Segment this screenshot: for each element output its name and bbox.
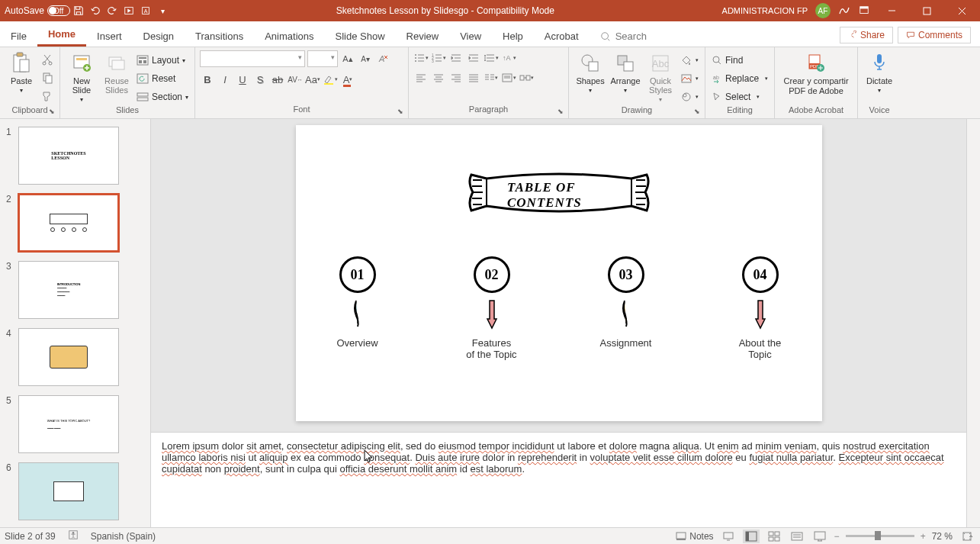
- thumbnail-1[interactable]: 1 SKETCHNOTESLESSON: [0, 125, 150, 192]
- shape-fill-button[interactable]: ▾: [679, 52, 700, 69]
- tab-help[interactable]: Help: [492, 26, 534, 47]
- dictate-button[interactable]: Dictate▾: [863, 50, 896, 105]
- align-right-icon[interactable]: [448, 70, 464, 85]
- tab-design[interactable]: Design: [133, 26, 185, 47]
- shadow-button[interactable]: S: [252, 72, 268, 87]
- select-button[interactable]: Select▾: [710, 89, 770, 105]
- start-from-beginning-icon[interactable]: [123, 5, 135, 17]
- format-painter-icon[interactable]: [40, 89, 55, 104]
- clipboard-dialog-launcher[interactable]: ⬊: [49, 108, 58, 117]
- smartart-icon[interactable]: ▾: [519, 70, 534, 85]
- italic-button[interactable]: I: [217, 72, 233, 87]
- font-color-icon[interactable]: A▾: [340, 72, 355, 87]
- character-spacing-icon[interactable]: AV↔: [288, 72, 303, 87]
- comments-button[interactable]: Comments: [898, 27, 971, 43]
- zoom-in-button[interactable]: +: [921, 531, 926, 542]
- paste-button[interactable]: Paste ▾: [5, 50, 38, 105]
- new-slide-button[interactable]: New Slide ▾: [65, 50, 98, 105]
- font-dialog-launcher[interactable]: ⬊: [397, 108, 406, 117]
- decrease-indent-icon[interactable]: [448, 50, 464, 66]
- autosave-toggle[interactable]: AutoSave Off: [5, 5, 68, 16]
- quick-styles-button[interactable]: Abc Quick Styles▾: [644, 50, 677, 105]
- zoom-slider[interactable]: [846, 535, 914, 537]
- increase-indent-icon[interactable]: [466, 50, 481, 66]
- thumbnail-5[interactable]: 5 WHAT IS THIS TOPIC ABOUT?━━━━ ━━━━: [0, 394, 150, 461]
- bold-button[interactable]: B: [200, 72, 215, 87]
- minimize-button[interactable]: [878, 0, 905, 21]
- tab-slideshow[interactable]: Slide Show: [324, 26, 395, 47]
- toggle-switch[interactable]: [47, 5, 70, 16]
- underline-button[interactable]: U: [235, 72, 250, 87]
- slide-thumbnails[interactable]: 1 SKETCHNOTESLESSON 2 3 INTRODUCTION━━━━…: [0, 119, 151, 527]
- drawing-dialog-launcher[interactable]: ⬊: [694, 108, 703, 117]
- shape-outline-button[interactable]: ▾: [679, 70, 700, 87]
- slide-canvas[interactable]: TABLE OF CONTENTS 01 Overview 02 Feature…: [296, 125, 822, 421]
- reset-button[interactable]: Reset: [135, 70, 190, 87]
- qat-customize-icon[interactable]: ▾: [156, 5, 169, 17]
- tab-review[interactable]: Review: [396, 26, 450, 47]
- paragraph-dialog-launcher[interactable]: ⬊: [557, 108, 567, 117]
- adobe-create-button[interactable]: PDF Crear y compartir PDF de Adobe: [779, 50, 853, 105]
- tab-view[interactable]: View: [449, 26, 492, 47]
- thumbnail-2[interactable]: 2: [0, 192, 150, 259]
- increase-font-icon[interactable]: A▴: [340, 51, 355, 66]
- close-button[interactable]: [948, 0, 975, 21]
- save-icon[interactable]: [72, 5, 85, 17]
- tab-file[interactable]: File: [0, 26, 37, 47]
- tab-transitions[interactable]: Transitions: [185, 26, 254, 47]
- vertical-scrollbar[interactable]: [966, 119, 980, 527]
- thumbnail-6[interactable]: 6: [0, 461, 150, 527]
- numbering-icon[interactable]: 123▾: [431, 50, 446, 66]
- align-left-icon[interactable]: [413, 70, 429, 85]
- copy-icon[interactable]: [40, 70, 55, 85]
- clear-formatting-icon[interactable]: A: [375, 51, 390, 66]
- ribbon-display-icon[interactable]: [858, 5, 870, 17]
- change-case-icon[interactable]: Aa▾: [305, 72, 320, 87]
- line-spacing-icon[interactable]: ▾: [484, 50, 499, 66]
- shapes-button[interactable]: Shapes▾: [574, 50, 607, 105]
- notes-toggle[interactable]: Notes: [676, 531, 713, 542]
- cut-icon[interactable]: [40, 52, 55, 67]
- redo-icon[interactable]: [106, 5, 118, 17]
- thumbnail-3[interactable]: 3 INTRODUCTION━━━━━━━━━━━━━━━━━━━: [0, 259, 150, 327]
- reading-view-icon[interactable]: [789, 530, 805, 543]
- accessibility-icon[interactable]: [68, 530, 79, 542]
- user-avatar[interactable]: AF: [815, 3, 831, 18]
- tab-home[interactable]: Home: [37, 24, 86, 47]
- highlight-icon[interactable]: ▾: [323, 72, 338, 87]
- maximize-button[interactable]: [913, 0, 940, 21]
- find-button[interactable]: Find: [710, 52, 770, 69]
- display-settings-icon[interactable]: [720, 530, 737, 543]
- tab-acrobat[interactable]: Acrobat: [534, 26, 590, 47]
- layout-button[interactable]: Layout▾: [135, 52, 190, 69]
- slide-sorter-icon[interactable]: [766, 530, 782, 543]
- justify-icon[interactable]: [466, 70, 481, 85]
- qat-item-icon[interactable]: A: [140, 5, 152, 17]
- zoom-out-button[interactable]: −: [834, 531, 840, 542]
- section-button[interactable]: Section▾: [135, 89, 190, 105]
- collapse-ribbon-icon[interactable]: ⌃: [968, 534, 974, 542]
- bullets-icon[interactable]: ▾: [413, 50, 429, 66]
- search-box[interactable]: Search: [590, 26, 657, 47]
- tab-animations[interactable]: Animations: [254, 26, 324, 47]
- reuse-slides-button[interactable]: Reuse Slides: [100, 50, 133, 105]
- tab-insert[interactable]: Insert: [86, 26, 133, 47]
- replace-button[interactable]: abReplace▾: [710, 70, 770, 87]
- slide-counter[interactable]: Slide 2 of 39: [5, 531, 56, 542]
- font-size-dropdown[interactable]: [307, 50, 338, 67]
- align-text-icon[interactable]: ▾: [501, 70, 516, 85]
- undo-icon[interactable]: [89, 5, 101, 17]
- strikethrough-button[interactable]: ab: [270, 72, 285, 87]
- text-direction-icon[interactable]: ↑A▾: [501, 50, 516, 66]
- normal-view-icon[interactable]: [743, 530, 760, 543]
- coming-soon-icon[interactable]: [838, 5, 850, 17]
- shape-effects-button[interactable]: ▾: [679, 89, 700, 105]
- decrease-font-icon[interactable]: A▾: [358, 51, 373, 66]
- font-family-dropdown[interactable]: [200, 50, 305, 67]
- columns-icon[interactable]: ▾: [484, 70, 499, 85]
- share-button[interactable]: Share: [840, 27, 893, 43]
- slideshow-view-icon[interactable]: [811, 530, 828, 543]
- align-center-icon[interactable]: [431, 70, 446, 85]
- arrange-button[interactable]: Arrange▾: [609, 50, 642, 105]
- notes-pane[interactable]: Lorem ipsum dolor sit amet, consectetur …: [151, 432, 966, 527]
